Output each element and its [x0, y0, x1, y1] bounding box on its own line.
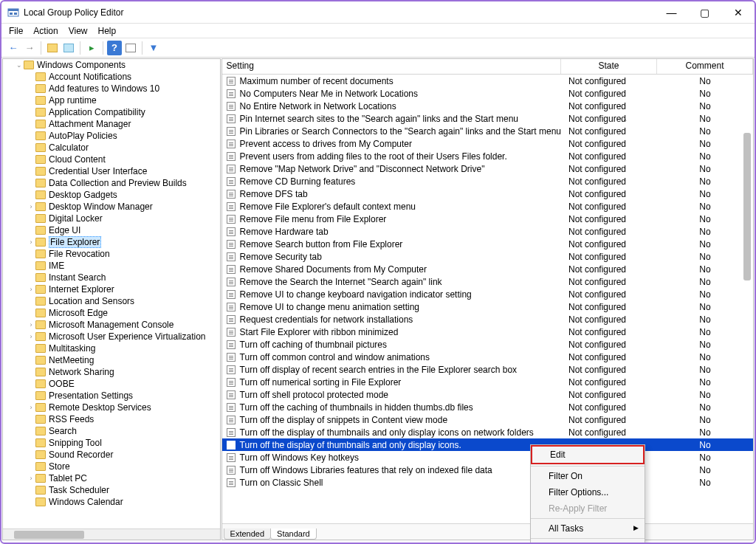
policy-row[interactable]: Request credentials for network installa… [222, 313, 753, 326]
policy-row[interactable]: Prevent users from adding files to the r… [222, 150, 753, 162]
tree-item[interactable]: ›Remote Desktop Services [25, 402, 220, 413]
tree-item[interactable]: NetMeeting [25, 354, 220, 366]
tree-item[interactable]: IME [25, 260, 220, 272]
tree-item[interactable]: Network Sharing [25, 366, 220, 378]
tree-item[interactable]: Sound Recorder [25, 449, 220, 461]
tree-item[interactable]: Windows Calendar [25, 496, 220, 508]
forward-button[interactable]: → [22, 41, 37, 55]
tree-item[interactable]: Attachment Manager [25, 118, 220, 130]
tree-item[interactable]: App runtime [25, 94, 220, 106]
tree-item[interactable]: ›Tablet PC [25, 472, 220, 484]
tree-item[interactable]: Snipping Tool [25, 437, 220, 449]
menu-file[interactable]: File [9, 26, 23, 36]
toolbar-filter1-icon[interactable] [123, 41, 138, 55]
context-menu-filter-on[interactable]: Filter On [531, 468, 645, 484]
tree-item[interactable]: ›Microsoft Management Console [25, 319, 220, 331]
tree-item[interactable]: ›Microsoft User Experience Virtualizatio… [25, 331, 220, 342]
policy-row[interactable]: Turn off Windows Libraries features that… [222, 464, 753, 476]
maximize-button[interactable]: ▢ [688, 1, 721, 24]
menu-help[interactable]: Help [98, 26, 117, 36]
tree-item[interactable]: Task Scheduler [25, 484, 220, 496]
context-menu-edit[interactable]: Edit [531, 445, 645, 464]
menu-view[interactable]: View [69, 26, 88, 36]
policy-row[interactable]: Turn off common control and window anima… [222, 351, 753, 363]
minimize-button[interactable]: — [655, 1, 688, 24]
policy-row[interactable]: Pin Libraries or Search Connectors to th… [222, 125, 753, 137]
toolbar-export-icon[interactable]: ▸ [84, 41, 99, 55]
policy-row[interactable]: Turn off the display of snippets in Cont… [222, 413, 753, 426]
filter-button[interactable]: ▼ [146, 41, 161, 55]
policy-row[interactable]: Remove Hardware tabNot configuredNo [222, 225, 753, 238]
tree-item[interactable]: File Revocation [25, 248, 220, 260]
policy-row[interactable]: Remove the Search the Internet "Search a… [222, 275, 753, 288]
tree-item[interactable]: Edge UI [25, 224, 220, 236]
policy-row[interactable]: Start File Explorer with ribbon minimize… [222, 326, 753, 338]
tree-item[interactable]: Application Compatibility [25, 106, 220, 118]
tree-item[interactable]: OOBE [25, 378, 220, 390]
policy-row[interactable]: Remove Search button from File ExplorerN… [222, 238, 753, 250]
policy-row[interactable]: Remove File menu from File ExplorerNot c… [222, 213, 753, 225]
policy-row[interactable]: Remove Shared Documents from My Computer… [222, 263, 753, 275]
tab-extended[interactable]: Extended [224, 528, 271, 540]
tree-item[interactable]: Location and Sensors [25, 295, 220, 307]
col-setting-header[interactable]: Setting [222, 59, 561, 74]
close-button[interactable]: ✕ [721, 1, 755, 24]
help-button[interactable]: ? [107, 41, 122, 55]
horizontal-scrollbar[interactable] [3, 528, 220, 540]
policy-row[interactable]: Turn off the display of thumbnails and o… [222, 438, 753, 451]
policy-row[interactable]: No Entire Network in Network LocationsNo… [222, 100, 753, 112]
tab-standard[interactable]: Standard [270, 528, 317, 540]
policy-row[interactable]: Turn off caching of thumbnail picturesNo… [222, 338, 753, 351]
tree-item[interactable]: RSS Feeds [25, 413, 220, 425]
toolbar-window-icon[interactable] [61, 41, 76, 55]
policy-row[interactable]: Turn off the caching of thumbnails in hi… [222, 401, 753, 413]
tree-item[interactable]: ›File Explorer [25, 236, 220, 248]
vertical-scrollbar[interactable] [741, 74, 753, 509]
policy-row[interactable]: Turn off the display of thumbnails and o… [222, 426, 753, 438]
policy-row[interactable]: Remove UI to change keyboard navigation … [222, 288, 753, 300]
policy-row[interactable]: Remove "Map Network Drive" and "Disconne… [222, 162, 753, 175]
policy-row[interactable]: Prevent access to drives from My Compute… [222, 137, 753, 150]
tree-item[interactable]: Account Notifications [25, 71, 220, 83]
tree-header[interactable]: ⌄Windows Components [15, 59, 220, 71]
policy-row[interactable]: Turn off Windows Key hotkeysNo [222, 451, 753, 464]
col-comment-header[interactable]: Comment [657, 59, 753, 74]
policy-row[interactable]: Remove DFS tabNot configuredNo [222, 187, 753, 200]
menu-action[interactable]: Action [33, 26, 58, 36]
tree-item[interactable]: Credential User Interface [25, 165, 220, 177]
tree-item[interactable]: Digital Locker [25, 213, 220, 224]
scrollbar-thumb[interactable] [14, 531, 84, 539]
toolbar-folder-icon[interactable] [45, 41, 60, 55]
tree-item[interactable]: Multitasking [25, 342, 220, 354]
scrollbar-thumb[interactable] [743, 133, 751, 280]
back-button[interactable]: ← [6, 41, 21, 55]
tree-item[interactable]: Microsoft Edge [25, 307, 220, 319]
policy-row[interactable]: Remove File Explorer's default context m… [222, 200, 753, 213]
col-state-header[interactable]: State [561, 59, 657, 74]
policy-row[interactable]: Turn off numerical sorting in File Explo… [222, 376, 753, 388]
tree-item[interactable]: Cloud Content [25, 154, 220, 165]
policy-row[interactable]: Remove UI to change menu animation setti… [222, 300, 753, 313]
policy-row[interactable]: No Computers Near Me in Network Location… [222, 87, 753, 100]
tree-item[interactable]: ›Desktop Window Manager [25, 201, 220, 213]
context-menu-filter-options[interactable]: Filter Options... [531, 484, 645, 500]
policy-row[interactable]: Turn on Classic ShellNo [222, 476, 753, 489]
policy-row[interactable]: Pin Internet search sites to the "Search… [222, 112, 753, 125]
tree-item[interactable]: Search [25, 425, 220, 437]
tree-item[interactable]: Add features to Windows 10 [25, 83, 220, 94]
tree-item[interactable]: Store [25, 461, 220, 472]
policy-row[interactable]: Turn off shell protocol protected modeNo… [222, 388, 753, 401]
context-menu-help[interactable]: Help [531, 540, 645, 544]
tree-item[interactable]: Instant Search [25, 272, 220, 283]
tree-item[interactable]: ›Internet Explorer [25, 283, 220, 295]
tree-item[interactable]: AutoPlay Policies [25, 130, 220, 142]
tree-item[interactable]: Calculator [25, 142, 220, 154]
context-menu-all-tasks[interactable]: All Tasks ▶ [531, 520, 645, 537]
policy-row[interactable]: Maximum number of recent documentsNot co… [222, 75, 753, 87]
policy-row[interactable]: Remove CD Burning featuresNot configured… [222, 175, 753, 187]
tree-item[interactable]: Desktop Gadgets [25, 189, 220, 201]
tree-item[interactable]: Data Collection and Preview Builds [25, 177, 220, 189]
policy-row[interactable]: Remove Security tabNot configuredNo [222, 250, 753, 263]
policy-row[interactable]: Turn off display of recent search entrie… [222, 363, 753, 376]
tree-item[interactable]: Presentation Settings [25, 390, 220, 402]
